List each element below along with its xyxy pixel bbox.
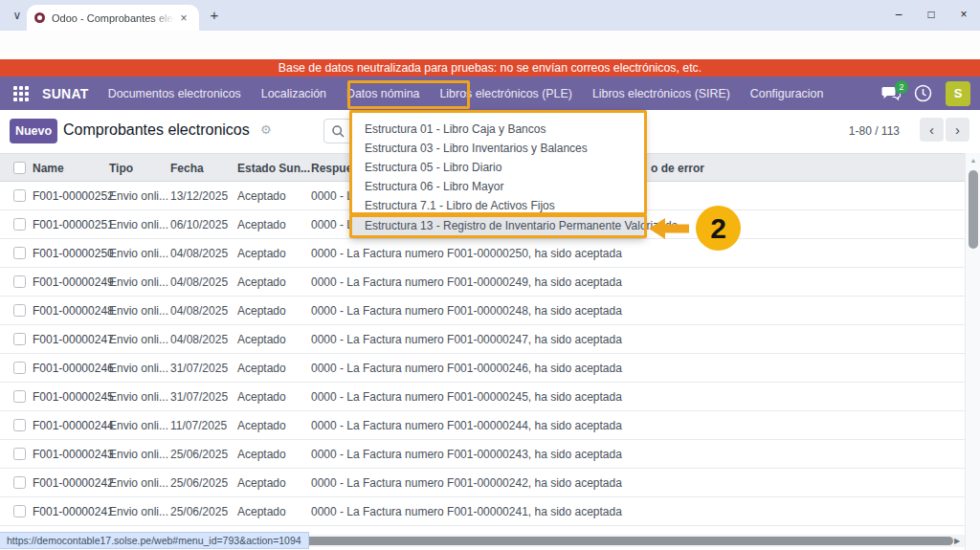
maximize-button[interactable]: □ <box>915 0 947 29</box>
annotation-arrow-icon <box>649 218 689 239</box>
activities-button[interactable] <box>914 84 932 102</box>
column-header-codigo[interactable]: o de error <box>651 154 704 183</box>
cell-tipo: Envio onli... <box>109 469 168 497</box>
cell-name: F001-00000251 <box>33 210 109 239</box>
row-checkbox[interactable] <box>13 304 26 317</box>
cell-estado: Aceptado <box>237 411 308 440</box>
cell-tipo: Envio onli... <box>109 325 168 354</box>
nav-item-0[interactable]: Documentos electronicos <box>108 87 241 100</box>
cell-respuesta: 0000 - La Factura numero F001-00000246, … <box>311 354 924 383</box>
scroll-right-icon[interactable]: ▶ <box>954 537 960 545</box>
cell-name: F001-00000252 <box>33 182 109 210</box>
table-row[interactable]: F001-00000241Envio onli...25/06/2025Acep… <box>0 497 965 526</box>
cell-respuesta: 0000 - La Factura numero F001-00000243, … <box>311 440 924 469</box>
table-row[interactable]: F001-00000248Envio onli...04/08/2025Acep… <box>0 297 965 325</box>
row-checkbox[interactable] <box>13 505 26 517</box>
cell-respuesta: 0000 - La Factura numero F001-00000249, … <box>311 268 924 297</box>
row-checkbox[interactable] <box>13 476 26 489</box>
cell-respuesta: 0000 - La Factura numero F001-00000241, … <box>311 497 924 526</box>
cell-respuesta: 0000 - La Factura numero F001-00000248, … <box>311 297 924 325</box>
vertical-scrollbar-thumb[interactable] <box>969 170 978 249</box>
status-link-tooltip: https://democontable17.solse.pe/web#menu… <box>0 532 309 549</box>
browser-tab[interactable]: Odoo - Comprobantes electron × <box>27 5 199 31</box>
cell-respuesta: 0000 - La Factura numero F001-00000247, … <box>311 325 924 354</box>
cell-fecha: 31/07/2025 <box>170 383 235 411</box>
row-checkbox[interactable] <box>13 333 26 345</box>
neutralized-db-banner: Base de datos neutralizada para pruebas:… <box>0 59 980 77</box>
cell-respuesta: 0000 - La Factura numero F001-00000242, … <box>311 469 924 497</box>
tab-close-icon[interactable]: × <box>176 11 191 26</box>
cell-name: F001-00000247 <box>33 325 109 354</box>
table-row[interactable]: F001-00000243Envio onli...25/06/2025Acep… <box>0 440 965 469</box>
pager-next-button[interactable]: › <box>946 118 969 142</box>
nav-item-5[interactable]: Configuracion <box>750 87 823 100</box>
row-checkbox[interactable] <box>13 189 26 202</box>
cell-name: F001-00000241 <box>33 497 109 526</box>
cell-name: F001-00000246 <box>33 354 109 383</box>
table-row[interactable]: F001-00000245Envio onli...31/07/2025Acep… <box>0 383 965 411</box>
row-checkbox[interactable] <box>13 275 26 288</box>
minimize-button[interactable]: – <box>882 0 915 29</box>
row-checkbox[interactable] <box>13 362 26 374</box>
column-header-name[interactable]: Name <box>33 154 64 183</box>
cell-fecha: 25/06/2025 <box>170 497 235 526</box>
row-checkbox[interactable] <box>13 247 26 259</box>
table-row[interactable]: F001-00000247Envio onli...04/08/2025Acep… <box>0 325 965 354</box>
highlight-box-ple-menu <box>347 80 470 109</box>
table-row[interactable]: F001-00000249Envio onli...04/08/2025Acep… <box>0 268 965 297</box>
cell-estado: Aceptado <box>237 297 308 325</box>
cell-tipo: Envio onli... <box>109 268 168 297</box>
app-brand[interactable]: SUNAT <box>42 86 89 101</box>
pager-previous-button[interactable]: ‹ <box>920 118 944 142</box>
cell-tipo: Envio onli... <box>109 354 168 383</box>
messages-button[interactable]: 2 <box>881 86 901 101</box>
cell-respuesta: 0000 - La Factura numero F001-00000245, … <box>311 383 924 411</box>
table-row[interactable]: F001-00000246Envio onli...31/07/2025Acep… <box>0 354 965 383</box>
scroll-up-icon[interactable]: ▲ <box>966 157 980 164</box>
nav-item-4[interactable]: Libros electrónicos (SIRE) <box>592 87 730 100</box>
page-title: Comprobantes electronicos <box>63 121 250 139</box>
vertical-scrollbar[interactable]: ▲ <box>965 153 980 550</box>
table-row[interactable]: F001-00000250Envio onli...04/08/2025Acep… <box>0 239 965 268</box>
cell-fecha: 04/08/2025 <box>170 297 235 325</box>
cell-estado: Aceptado <box>237 440 308 469</box>
tab-strip: ∨ Odoo - Comprobantes electron × + – □ × <box>0 0 980 31</box>
cell-name: F001-00000242 <box>33 469 109 497</box>
user-avatar[interactable]: S <box>946 81 970 106</box>
cell-tipo: Envio onli... <box>109 440 168 469</box>
cell-fecha: 11/07/2025 <box>170 411 235 440</box>
cell-fecha: 06/10/2025 <box>170 210 235 239</box>
select-all-checkbox[interactable] <box>13 162 26 174</box>
row-checkbox[interactable] <box>13 448 26 460</box>
apps-grid-icon[interactable] <box>13 86 29 101</box>
cell-tipo: Envio onli... <box>109 182 168 210</box>
cell-respuesta: 0000 - La Factura numero F001-00000250, … <box>311 239 924 268</box>
new-record-button[interactable]: Nuevo <box>10 119 57 143</box>
close-window-button[interactable]: × <box>947 0 980 29</box>
row-checkbox[interactable] <box>13 390 26 403</box>
cell-estado: Aceptado <box>237 268 308 297</box>
row-checkbox[interactable] <box>13 419 26 431</box>
tab-search-chevron-icon[interactable]: ∨ <box>8 6 27 25</box>
tab-title: Odoo - Comprobantes electron <box>52 12 174 24</box>
cell-tipo: Envio onli... <box>109 383 168 411</box>
clock-icon <box>914 84 932 102</box>
cell-name: F001-00000245 <box>33 383 109 411</box>
cell-estado: Aceptado <box>237 354 308 383</box>
table-row[interactable]: F001-00000244Envio onli...11/07/2025Acep… <box>0 411 965 440</box>
column-header-fecha[interactable]: Fecha <box>170 154 204 183</box>
new-tab-button[interactable]: + <box>205 6 224 25</box>
column-header-tipo[interactable]: Tipo <box>109 154 133 183</box>
cell-estado: Aceptado <box>237 325 308 354</box>
row-checkbox[interactable] <box>13 218 26 231</box>
cell-fecha: 04/08/2025 <box>170 268 235 297</box>
navbar-right: 2 S <box>881 81 970 106</box>
table-row[interactable]: F001-00000242Envio onli...25/06/2025Acep… <box>0 469 965 497</box>
cell-name: F001-00000248 <box>33 297 109 325</box>
nav-item-1[interactable]: Localización <box>261 87 326 100</box>
cell-estado: Aceptado <box>237 210 308 239</box>
browser-toolbar: ← → ↻ democontable17.solse.pe/web#action… <box>0 31 980 59</box>
cell-respuesta: 0000 - La Factura numero F001-00000244, … <box>311 411 924 440</box>
view-settings-gear-icon[interactable]: ⚙ <box>260 122 272 137</box>
column-header-estado[interactable]: Estado Sun... <box>237 154 310 183</box>
